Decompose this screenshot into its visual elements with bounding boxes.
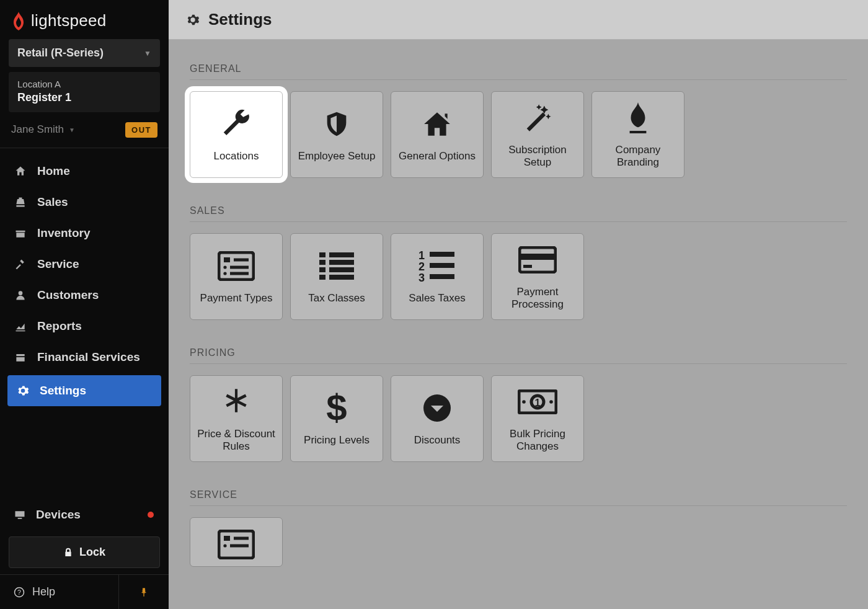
svg-rect-16	[329, 275, 354, 280]
pin-button[interactable]	[119, 575, 169, 609]
register-label: Register 1	[17, 91, 151, 105]
tile-employee-setup[interactable]: Employee Setup	[290, 91, 383, 178]
nav-label: Home	[37, 164, 70, 178]
svg-rect-18	[430, 252, 454, 257]
section-pricing-tiles: Price & Discount Rules $ Pricing Levels …	[190, 375, 847, 462]
nav-devices[interactable]: Devices	[0, 499, 169, 530]
form-list-icon	[218, 529, 255, 560]
tile-pricing-levels[interactable]: $ Pricing Levels	[290, 375, 383, 462]
svg-point-32	[549, 400, 553, 404]
pin-icon	[139, 586, 149, 598]
lock-button[interactable]: Lock	[9, 536, 160, 568]
lock-icon	[63, 547, 73, 558]
bank-icon	[14, 351, 27, 363]
tile-tax-classes[interactable]: Tax Classes	[290, 233, 383, 320]
svg-rect-3	[224, 257, 230, 262]
help-label: Help	[32, 585, 55, 598]
tile-label: Pricing Levels	[304, 434, 370, 447]
devices-icon	[14, 509, 26, 521]
tile-label: Employee Setup	[298, 150, 376, 162]
cash-icon: 1	[518, 385, 557, 419]
tile-service-partial[interactable]	[190, 517, 283, 567]
sidebar: lightspeed Retail (R-Series) ▼ Location …	[0, 0, 169, 609]
sidebar-footer: ? Help	[0, 574, 169, 609]
box-icon	[14, 227, 27, 239]
tile-company-branding[interactable]: Company Branding	[591, 91, 684, 178]
gear-icon	[186, 13, 200, 27]
tile-bulk-pricing-changes[interactable]: 1 Bulk Pricing Changes	[491, 375, 584, 462]
main-nav: Home Sales Inventory Service	[0, 148, 169, 474]
tile-general-options[interactable]: General Options	[391, 91, 484, 178]
wrench-icon	[219, 107, 253, 141]
location-label: Location A	[17, 78, 151, 91]
flame-stand-icon	[624, 100, 652, 135]
help-icon: ?	[14, 587, 25, 598]
house-icon	[420, 107, 454, 141]
chart-icon	[14, 320, 27, 332]
svg-rect-11	[319, 260, 326, 265]
nav-financial-services[interactable]: Financial Services	[0, 342, 169, 373]
svg-point-31	[522, 400, 526, 404]
tile-discounts[interactable]: Discounts	[391, 375, 484, 462]
svg-rect-25	[523, 265, 532, 268]
tile-label: Price & Discount Rules	[197, 428, 276, 453]
tile-label: Payment Processing	[498, 286, 577, 311]
svg-rect-22	[430, 274, 454, 279]
nav-customers[interactable]: Customers	[0, 280, 169, 311]
user-row: Jane Smith ▼ OUT	[0, 112, 169, 148]
section-general-tiles: Locations Employee Setup General Options	[190, 91, 847, 178]
svg-point-5	[223, 265, 226, 269]
shield-icon	[322, 107, 351, 141]
product-selector-label: Retail (R-Series)	[17, 47, 104, 60]
nav-label: Inventory	[37, 226, 91, 240]
svg-text:2: 2	[418, 260, 425, 273]
tile-payment-types[interactable]: Payment Types	[190, 233, 283, 320]
tile-sales-taxes[interactable]: 123 Sales Taxes	[391, 233, 484, 320]
register-icon	[14, 196, 27, 208]
nav-inventory[interactable]: Inventory	[0, 218, 169, 249]
tile-locations[interactable]: Locations	[190, 91, 283, 178]
nav-settings[interactable]: Settings	[7, 375, 161, 406]
section-sales-tiles: Payment Types Tax Classes 123 Sales Taxe…	[190, 233, 847, 320]
nav-home[interactable]: Home	[0, 156, 169, 187]
nav-label: Financial Services	[37, 350, 140, 364]
nav-label: Reports	[37, 319, 82, 333]
section-title-pricing: PRICING	[190, 336, 847, 364]
tile-subscription-setup[interactable]: Subscription Setup	[491, 91, 584, 178]
tile-label: General Options	[399, 150, 476, 162]
svg-point-36	[223, 544, 226, 547]
chevron-down-icon: ▼	[69, 127, 75, 133]
list-icon	[319, 249, 354, 283]
section-title-sales: SALES	[190, 194, 847, 222]
dollar-icon: $	[326, 391, 348, 425]
user-menu[interactable]: Jane Smith ▼	[11, 123, 75, 136]
user-name: Jane Smith	[11, 123, 64, 136]
asterisk-icon	[221, 385, 252, 419]
svg-text:$: $	[326, 391, 347, 425]
nav-service[interactable]: Service	[0, 249, 169, 280]
numbered-list-icon: 123	[418, 249, 456, 283]
product-selector[interactable]: Retail (R-Series) ▼	[9, 39, 160, 67]
tile-payment-processing[interactable]: Payment Processing	[491, 233, 584, 320]
app-root: lightspeed Retail (R-Series) ▼ Location …	[0, 0, 868, 609]
tile-label: Bulk Pricing Changes	[498, 428, 577, 453]
svg-point-7	[223, 272, 226, 275]
clock-out-badge[interactable]: OUT	[125, 122, 157, 138]
settings-content: GENERAL Locations Employee Setup	[169, 40, 868, 608]
tile-price-discount-rules[interactable]: Price & Discount Rules	[190, 375, 283, 462]
help-button[interactable]: ? Help	[0, 575, 119, 609]
svg-text:1: 1	[535, 398, 541, 408]
tile-label: Company Branding	[598, 144, 678, 169]
section-service-tiles	[190, 517, 847, 567]
nav-sales[interactable]: Sales	[0, 187, 169, 218]
svg-rect-34	[224, 536, 230, 541]
tile-label: Locations	[214, 150, 259, 162]
form-list-icon	[218, 249, 255, 283]
nav-reports[interactable]: Reports	[0, 311, 169, 342]
nav-label: Settings	[40, 384, 86, 398]
check-circle-icon	[422, 391, 452, 425]
register-box[interactable]: Location A Register 1	[9, 72, 160, 112]
brand-name: lightspeed	[31, 11, 107, 30]
svg-text:?: ?	[17, 588, 21, 595]
nav-label: Customers	[37, 288, 99, 302]
